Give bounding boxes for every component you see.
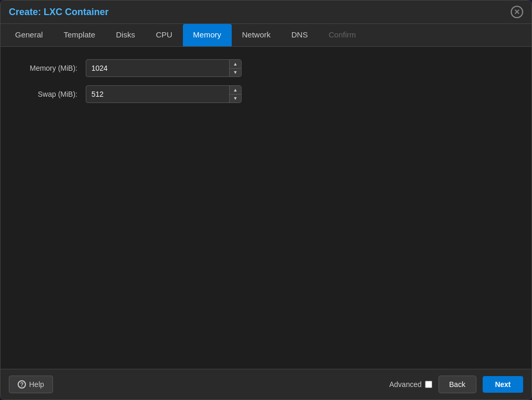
- swap-input[interactable]: [86, 90, 229, 98]
- close-button[interactable]: ✕: [511, 6, 523, 18]
- back-button[interactable]: Back: [438, 376, 476, 393]
- swap-down-button[interactable]: ▼: [230, 95, 241, 103]
- advanced-text: Advanced: [389, 380, 421, 389]
- help-button[interactable]: ? Help: [9, 376, 53, 393]
- memory-down-button[interactable]: ▼: [230, 69, 241, 77]
- footer-right: Advanced Back Next: [389, 376, 523, 393]
- help-label: Help: [29, 380, 44, 389]
- swap-up-button[interactable]: ▲: [230, 86, 241, 95]
- title-bar: Create: LXC Container ✕: [1, 1, 531, 24]
- memory-up-button[interactable]: ▲: [230, 60, 241, 69]
- dialog: Create: LXC Container ✕ General Template…: [0, 0, 532, 400]
- footer: ? Help Advanced Back Next: [1, 369, 531, 399]
- help-icon: ?: [18, 380, 26, 389]
- tab-general[interactable]: General: [5, 24, 53, 46]
- swap-label: Swap (MiB):: [13, 90, 86, 98]
- memory-arrows: ▲ ▼: [229, 60, 241, 76]
- advanced-checkbox[interactable]: [425, 381, 432, 388]
- tab-dns[interactable]: DNS: [281, 24, 318, 46]
- tab-network[interactable]: Network: [232, 24, 281, 46]
- tab-template[interactable]: Template: [53, 24, 105, 46]
- memory-input[interactable]: [86, 64, 229, 72]
- tab-disks[interactable]: Disks: [105, 24, 145, 46]
- content-area: Memory (MiB): ▲ ▼ Swap (MiB): ▲ ▼: [1, 47, 531, 369]
- swap-spinner[interactable]: ▲ ▼: [86, 85, 242, 103]
- tab-bar: General Template Disks CPU Memory Networ…: [1, 24, 531, 47]
- swap-row: Swap (MiB): ▲ ▼: [13, 85, 519, 103]
- dialog-title: Create: LXC Container: [9, 7, 109, 18]
- memory-label: Memory (MiB):: [13, 64, 86, 72]
- memory-row: Memory (MiB): ▲ ▼: [13, 59, 519, 77]
- tab-confirm: Confirm: [318, 24, 366, 46]
- tab-memory[interactable]: Memory: [183, 24, 232, 46]
- swap-arrows: ▲ ▼: [229, 86, 241, 102]
- tab-cpu[interactable]: CPU: [145, 24, 183, 46]
- memory-spinner[interactable]: ▲ ▼: [86, 59, 242, 77]
- advanced-label: Advanced: [389, 380, 432, 389]
- next-button[interactable]: Next: [483, 376, 523, 393]
